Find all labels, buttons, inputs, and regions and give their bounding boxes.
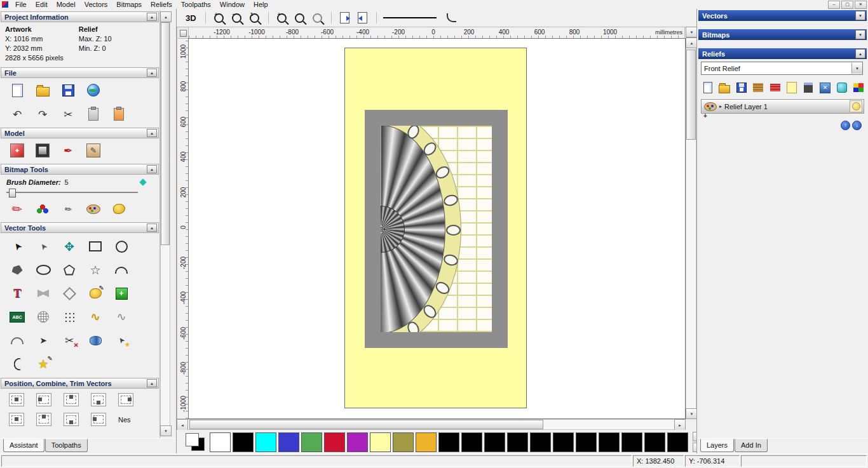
palette-swatch[interactable] — [324, 432, 345, 452]
vector-tools-header[interactable]: Vector Tools ▲ — [1, 222, 159, 233]
collapse-section-button[interactable]: ▲ — [147, 129, 157, 137]
menu-edit[interactable]: Edit — [31, 1, 52, 9]
bitmap-tools-header[interactable]: Bitmap Tools ▲ — [1, 164, 159, 175]
delete-relief-layer-icon[interactable]: ✕ — [820, 81, 831, 94]
canvas-vertical-scrollbar[interactable]: ▼ ▲ ▼ — [686, 27, 696, 419]
palette-swatch[interactable] — [347, 432, 368, 452]
tab-layers[interactable]: Layers — [700, 439, 734, 452]
relief-notes-icon[interactable] — [786, 81, 797, 94]
zoom-1to1-icon[interactable]: 1 — [248, 11, 262, 25]
reliefs-panel-header[interactable]: Reliefs ▲ — [698, 48, 867, 59]
collapse-reliefs-button[interactable]: ▲ — [855, 49, 865, 58]
palette-swatch[interactable] — [553, 432, 574, 452]
project-information-header[interactable]: Project Information ▲ — [1, 11, 159, 22]
dot-pattern-icon[interactable] — [60, 308, 79, 326]
page-back-icon[interactable] — [356, 11, 370, 25]
export-model-icon[interactable] — [85, 83, 102, 98]
brush-diameter-slider[interactable] — [6, 187, 138, 197]
text-wrap-icon[interactable] — [34, 284, 53, 302]
wireframe-icon[interactable] — [34, 308, 53, 326]
menu-help[interactable]: Help — [249, 1, 273, 9]
open-model-icon[interactable] — [34, 83, 51, 98]
relief-select[interactable]: Front Relief ▼ — [701, 62, 863, 75]
menu-model[interactable]: Model — [52, 1, 80, 9]
new-relief-layer-icon[interactable] — [702, 81, 713, 94]
scroll-down-button[interactable]: ▼ — [160, 425, 172, 436]
zoom-previous-icon[interactable] — [311, 11, 325, 25]
move-layer-down-button[interactable]: ↓ — [852, 121, 862, 130]
palette-swatch[interactable] — [461, 432, 482, 452]
relief-layer-row[interactable]: ▸ Relief Layer 1 — [701, 99, 864, 114]
cut-icon[interactable]: ✂ — [60, 107, 76, 122]
model-section-header[interactable]: Model ▲ — [1, 128, 159, 138]
palette-swatch[interactable] — [621, 432, 642, 452]
palette-swatch[interactable] — [301, 432, 322, 452]
zoom-fit-icon[interactable] — [293, 11, 307, 25]
text-tool-icon[interactable]: T — [8, 284, 27, 302]
canvas-viewport[interactable] — [188, 38, 686, 419]
assistant-scrollbar[interactable]: ▲ ▼ — [160, 11, 170, 436]
palette-swatch[interactable] — [576, 432, 597, 452]
redo-icon[interactable]: ↷ — [34, 107, 51, 122]
vectors-panel-header[interactable]: Vectors ▼ — [698, 10, 867, 21]
palette-swatch[interactable] — [255, 432, 276, 452]
colour-palette-icon[interactable] — [85, 201, 102, 217]
save-model-icon[interactable] — [60, 83, 76, 98]
align-top-icon[interactable] — [64, 393, 79, 406]
model-notes-icon[interactable]: ✎ — [85, 143, 102, 158]
paint-icon[interactable]: ✎ — [9, 201, 25, 217]
relief-stack-icon[interactable] — [753, 81, 764, 94]
canvas-horizontal-scrollbar[interactable]: ◄ ► — [177, 419, 686, 430]
palette-swatch[interactable] — [530, 432, 551, 452]
save-relief-icon[interactable] — [736, 81, 747, 94]
scroll-up-button[interactable]: ▲ — [160, 11, 172, 22]
greyscale-preview-icon[interactable] — [34, 143, 51, 158]
scroll-thumb[interactable] — [189, 420, 543, 429]
close-button[interactable]: ✕ — [855, 1, 867, 9]
polygon-tool-icon[interactable] — [60, 261, 79, 279]
paste-vector-icon[interactable]: + — [112, 284, 131, 302]
palette-swatch[interactable] — [210, 432, 231, 452]
draw-icon[interactable]: ✎ — [60, 201, 76, 217]
align-bottom-icon[interactable] — [91, 393, 106, 406]
arc-tool-icon[interactable] — [112, 261, 131, 279]
page-forward-icon[interactable] — [338, 11, 352, 25]
polyline-icon[interactable]: ∿ — [86, 308, 105, 326]
move-layer-up-button[interactable]: ↑ — [841, 121, 850, 130]
palette-swatch[interactable] — [278, 432, 299, 452]
open-relief-icon[interactable] — [719, 81, 730, 94]
paste-special-icon[interactable] — [111, 107, 127, 122]
palette-swatch[interactable] — [233, 432, 254, 452]
combine-icon[interactable] — [9, 413, 24, 426]
mirror-arc-icon[interactable] — [8, 355, 27, 373]
palette-swatch[interactable] — [393, 432, 414, 452]
circle-tool-icon[interactable] — [112, 237, 131, 255]
restore-button[interactable]: ▢ — [841, 1, 853, 9]
rectangle-tool-icon[interactable] — [86, 237, 105, 255]
subtract-icon[interactable] — [64, 413, 79, 426]
line-style-button[interactable] — [447, 13, 456, 22]
text-on-curve-icon[interactable]: ABC — [8, 308, 27, 326]
palette-swatch[interactable] — [599, 432, 620, 452]
view-3d-button[interactable]: 3D — [183, 13, 199, 23]
smooth-polyline-icon[interactable]: ∿ — [112, 308, 131, 326]
star-tool-icon[interactable]: ☆ — [86, 261, 105, 279]
menu-window[interactable]: Window — [215, 1, 249, 9]
paint-selective-icon[interactable] — [34, 201, 51, 217]
expand-layer-icon[interactable]: ▸ — [719, 104, 722, 109]
offset-vector-icon[interactable] — [60, 284, 79, 302]
extrude-icon[interactable] — [86, 331, 105, 349]
collapse-section-button[interactable]: ▲ — [147, 224, 157, 232]
menu-toolpaths[interactable]: Toolpaths — [177, 1, 215, 9]
relief-from-image-icon[interactable]: ✦ — [9, 143, 25, 158]
expand-vectors-button[interactable]: ▼ — [855, 11, 865, 20]
paste-icon[interactable] — [85, 107, 102, 122]
pick-curve-icon[interactable]: ➤★ — [112, 331, 131, 349]
bitmaps-panel-header[interactable]: Bitmaps ▼ — [698, 29, 867, 40]
star-wizard-icon[interactable]: ★✎ — [34, 355, 53, 373]
menu-file[interactable]: File — [11, 1, 31, 9]
relief-properties-icon[interactable] — [836, 81, 847, 94]
select-vectors-icon[interactable]: ➤ — [8, 237, 27, 255]
collapse-section-button[interactable]: ▲ — [147, 165, 157, 173]
expand-bitmaps-button[interactable]: ▼ — [855, 30, 865, 39]
